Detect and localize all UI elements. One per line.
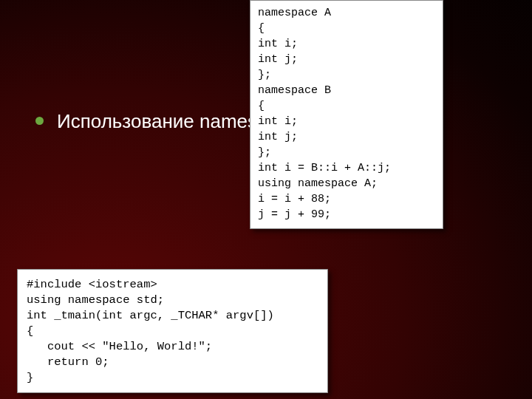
- code-block-hello-world: #include <iostream> using namespace std;…: [17, 269, 328, 393]
- bullet-dot-icon: [35, 117, 44, 125]
- code-block-namespace: namespace A { int i; int j; }; namespace…: [250, 0, 443, 229]
